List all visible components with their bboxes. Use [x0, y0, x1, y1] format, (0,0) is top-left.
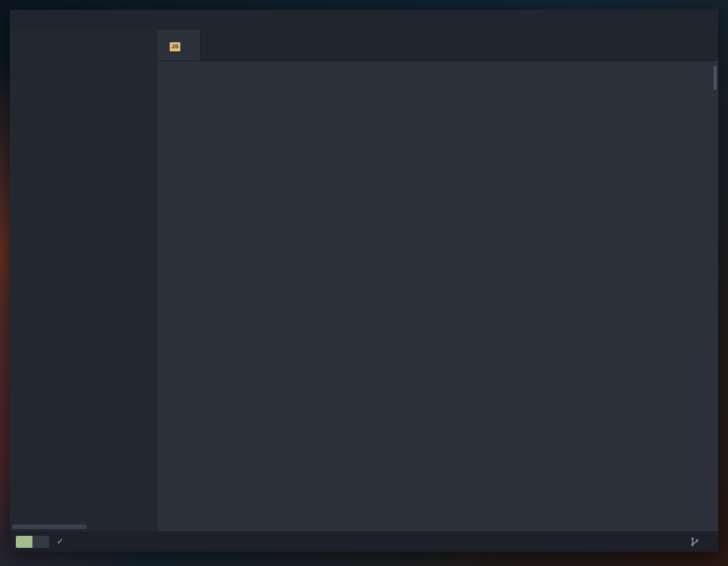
project-tree	[10, 30, 158, 524]
git-branch-icon	[691, 537, 699, 546]
vertical-scroll-indicator[interactable]	[714, 66, 717, 90]
tree-horizontal-scrollbar[interactable]	[12, 524, 155, 529]
check-icon: ✓	[57, 537, 63, 546]
tab-bar: JS	[158, 30, 718, 61]
text-editor[interactable]	[158, 61, 718, 531]
editor-window: JS ✓	[10, 10, 718, 552]
status-issues[interactable]: ✓	[57, 537, 66, 546]
tree-view-sidebar	[10, 30, 158, 531]
window-body: JS	[10, 30, 718, 531]
code-content[interactable]	[186, 61, 718, 531]
line-number-gutter[interactable]	[158, 61, 186, 531]
js-icon: JS	[170, 39, 180, 51]
scrollbar-thumb[interactable]	[12, 524, 87, 529]
menu-bar	[10, 10, 718, 30]
editor-pane: JS	[158, 30, 718, 531]
linter-file-pill[interactable]	[16, 536, 32, 548]
status-git-branch[interactable]	[691, 537, 702, 546]
tab-minimap-autohider-js[interactable]: JS	[158, 30, 201, 60]
linter-project-pill[interactable]	[32, 536, 49, 548]
status-bar: ✓	[10, 531, 718, 552]
